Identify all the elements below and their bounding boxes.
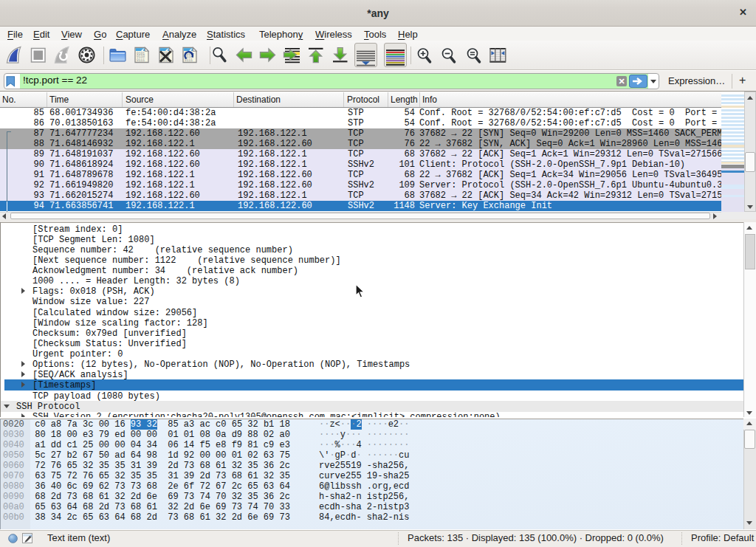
svg-text:0111: 0111 [137,58,145,62]
